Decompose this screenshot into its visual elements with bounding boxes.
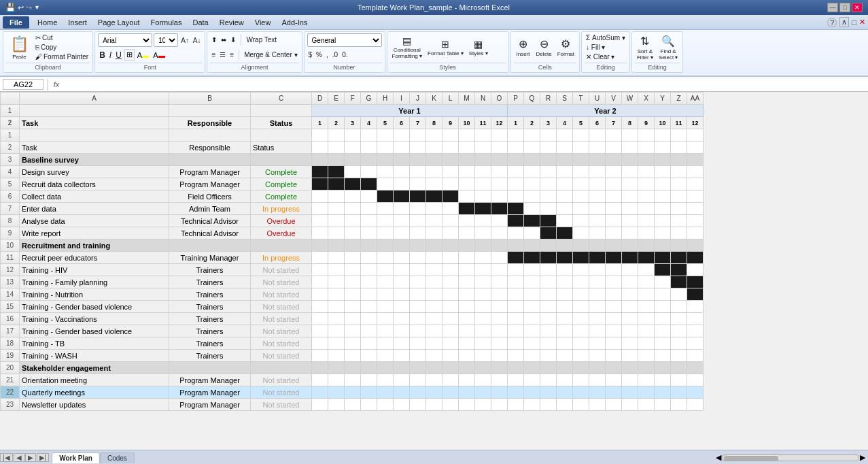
gantt-cell[interactable] bbox=[394, 288, 410, 301]
gantt-cell[interactable] bbox=[508, 350, 524, 362]
gantt-cell[interactable] bbox=[638, 154, 655, 166]
tab-prev-button[interactable]: ◀ bbox=[14, 453, 24, 462]
gantt-cell[interactable] bbox=[328, 178, 345, 190]
gantt-cell[interactable] bbox=[394, 264, 410, 276]
gantt-cell[interactable] bbox=[394, 350, 410, 362]
gantt-cell[interactable] bbox=[606, 239, 622, 252]
gantt-cell[interactable] bbox=[638, 227, 655, 239]
gantt-cell[interactable] bbox=[345, 288, 361, 301]
gantt-cell[interactable] bbox=[508, 178, 524, 190]
gantt-cell[interactable] bbox=[442, 252, 459, 264]
gantt-cell[interactable] bbox=[426, 129, 442, 142]
gantt-cell[interactable] bbox=[589, 362, 606, 374]
gantt-cell[interactable] bbox=[524, 313, 540, 325]
currency-button[interactable]: $ bbox=[307, 50, 314, 59]
gantt-cell[interactable] bbox=[377, 239, 394, 252]
gantt-cell[interactable] bbox=[345, 264, 361, 276]
gantt-cell[interactable] bbox=[524, 337, 540, 350]
gantt-cell[interactable] bbox=[328, 154, 345, 166]
gantt-cell[interactable] bbox=[655, 252, 671, 264]
gantt-cell[interactable] bbox=[475, 203, 491, 215]
gantt-cell[interactable] bbox=[606, 313, 622, 325]
gantt-cell[interactable] bbox=[638, 215, 655, 227]
gantt-cell[interactable] bbox=[589, 239, 606, 252]
gantt-cell[interactable] bbox=[606, 178, 622, 190]
gantt-cell[interactable] bbox=[524, 166, 540, 178]
gantt-cell[interactable] bbox=[442, 142, 459, 154]
gantt-cell[interactable] bbox=[508, 301, 524, 313]
file-menu[interactable]: File bbox=[3, 16, 29, 29]
gantt-cell[interactable] bbox=[573, 227, 589, 239]
gantt-cell[interactable] bbox=[638, 325, 655, 337]
quick-access-toolbar[interactable]: 💾 ↩ ↪ ▼ bbox=[5, 3, 40, 12]
gantt-cell[interactable] bbox=[540, 386, 557, 399]
gantt-cell[interactable] bbox=[589, 313, 606, 325]
gantt-cell[interactable] bbox=[622, 129, 638, 142]
gantt-cell[interactable] bbox=[361, 227, 377, 239]
gantt-cell[interactable] bbox=[606, 227, 622, 239]
gantt-cell[interactable] bbox=[655, 227, 671, 239]
gantt-cell[interactable] bbox=[475, 190, 491, 203]
responsible-cell[interactable]: Program Manager bbox=[169, 166, 251, 178]
gantt-cell[interactable] bbox=[508, 386, 524, 399]
gantt-cell[interactable] bbox=[622, 252, 638, 264]
scroll-left-icon[interactable]: ◀ bbox=[716, 453, 721, 462]
gantt-cell[interactable] bbox=[573, 276, 589, 288]
gantt-cell[interactable] bbox=[394, 386, 410, 399]
gantt-cell[interactable] bbox=[622, 264, 638, 276]
gantt-cell[interactable] bbox=[491, 239, 508, 252]
responsible-cell[interactable]: Program Manager bbox=[169, 399, 251, 411]
gantt-cell[interactable] bbox=[606, 252, 622, 264]
gantt-cell[interactable] bbox=[328, 264, 345, 276]
gantt-cell[interactable] bbox=[655, 239, 671, 252]
gantt-cell[interactable] bbox=[410, 350, 426, 362]
gantt-cell[interactable] bbox=[655, 129, 671, 142]
gantt-cell[interactable] bbox=[442, 288, 459, 301]
merge-center-button[interactable]: Merge & Center ▾ bbox=[243, 50, 298, 59]
gantt-cell[interactable] bbox=[345, 276, 361, 288]
gantt-cell[interactable] bbox=[345, 166, 361, 178]
gantt-cell[interactable] bbox=[671, 178, 687, 190]
gantt-cell[interactable] bbox=[426, 350, 442, 362]
minimize-ribbon-icon[interactable]: ∧ bbox=[839, 17, 849, 27]
gantt-cell[interactable] bbox=[655, 276, 671, 288]
gantt-cell[interactable] bbox=[671, 129, 687, 142]
gantt-cell[interactable] bbox=[573, 264, 589, 276]
gantt-cell[interactable] bbox=[638, 350, 655, 362]
gantt-cell[interactable] bbox=[638, 301, 655, 313]
gantt-cell[interactable] bbox=[524, 399, 540, 411]
gantt-cell[interactable] bbox=[638, 166, 655, 178]
gantt-cell[interactable] bbox=[540, 190, 557, 203]
status-cell[interactable]: Not started bbox=[251, 325, 312, 337]
col-header-K[interactable]: K bbox=[426, 93, 442, 105]
gantt-cell[interactable] bbox=[622, 399, 638, 411]
gantt-cell[interactable] bbox=[377, 166, 394, 178]
gantt-cell[interactable] bbox=[491, 313, 508, 325]
gantt-cell[interactable] bbox=[671, 374, 687, 386]
gantt-cell[interactable] bbox=[655, 313, 671, 325]
gantt-cell[interactable] bbox=[491, 178, 508, 190]
gantt-cell[interactable] bbox=[442, 276, 459, 288]
gantt-cell[interactable] bbox=[410, 239, 426, 252]
gantt-cell[interactable] bbox=[508, 190, 524, 203]
table-row[interactable]: 16Training - VaccinationsTrainersNot sta… bbox=[1, 313, 704, 325]
gantt-cell[interactable] bbox=[557, 386, 573, 399]
gantt-cell[interactable] bbox=[622, 276, 638, 288]
gantt-cell[interactable] bbox=[491, 337, 508, 350]
gantt-cell[interactable] bbox=[589, 190, 606, 203]
gantt-cell[interactable] bbox=[377, 399, 394, 411]
gantt-cell[interactable] bbox=[442, 129, 459, 142]
gantt-cell[interactable] bbox=[606, 129, 622, 142]
responsible-cell[interactable] bbox=[169, 239, 251, 252]
table-row[interactable]: 7Enter dataAdmin TeamIn progress bbox=[1, 203, 704, 215]
quick-dropdown-icon[interactable]: ▼ bbox=[34, 4, 40, 11]
gantt-cell[interactable] bbox=[540, 239, 557, 252]
col-header-D[interactable]: D bbox=[312, 93, 328, 105]
gantt-cell[interactable] bbox=[557, 313, 573, 325]
gantt-cell[interactable] bbox=[361, 142, 377, 154]
cut-button[interactable]: ✂ Cut bbox=[34, 33, 90, 42]
gantt-cell[interactable] bbox=[377, 350, 394, 362]
gantt-cell[interactable] bbox=[475, 129, 491, 142]
gantt-cell[interactable] bbox=[573, 362, 589, 374]
gantt-cell[interactable] bbox=[655, 203, 671, 215]
